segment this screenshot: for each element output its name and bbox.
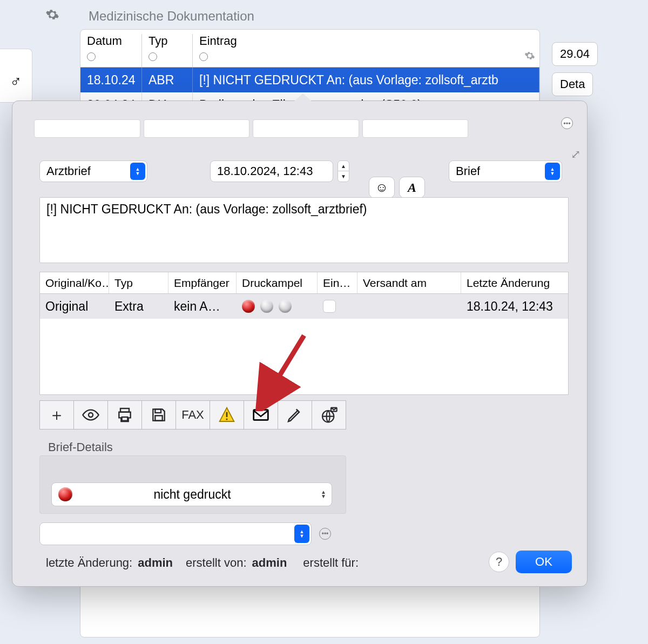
brief-details-label: Brief-Details <box>48 440 113 454</box>
gear-icon[interactable] <box>45 8 59 22</box>
more-icon[interactable]: ••• <box>561 117 573 129</box>
globe-mail-icon <box>320 406 338 424</box>
footer-meta: letzte Änderung: admin erstellt von: adm… <box>46 556 359 570</box>
chevron-updown-icon: ▲▼ <box>545 163 560 180</box>
svg-rect-7 <box>226 419 228 420</box>
filter-eintrag-icon[interactable] <box>199 52 208 61</box>
svg-rect-8 <box>254 410 268 420</box>
svg-point-0 <box>89 413 93 417</box>
pencil-icon <box>286 406 303 424</box>
dialog-tabs <box>34 119 468 138</box>
print-button[interactable] <box>107 400 142 430</box>
chevron-updown-icon: ▲▼ <box>130 163 145 180</box>
table-row[interactable]: 18.10.24 ABR [!] NICHT GEDRUCKT An: (aus… <box>80 68 539 92</box>
col-typ[interactable]: Typ <box>148 34 186 48</box>
ok-button[interactable]: OK <box>516 551 572 573</box>
warning-icon <box>218 406 235 424</box>
entry-dialog: ••• ⤢ Arztbrief ▲▼ 18.10.2024, 12:43 ▲ ▼… <box>12 100 588 587</box>
col-datum[interactable]: Datum <box>87 34 135 48</box>
svg-rect-6 <box>226 412 228 417</box>
printer-icon <box>116 406 133 424</box>
filter-datum-icon[interactable] <box>87 52 96 61</box>
status-grey-icon <box>279 300 292 313</box>
envelope-icon <box>252 406 269 424</box>
status-red-icon <box>58 487 72 501</box>
dialog-tab[interactable] <box>253 119 359 138</box>
plus-icon: ＋ <box>49 404 65 426</box>
page-title: Medizinische Dokumentation <box>89 9 254 24</box>
date-button[interactable]: 29.04 <box>552 42 598 66</box>
question-icon: ? <box>496 555 502 569</box>
chevron-down-icon: ▼ <box>338 171 349 182</box>
chevron-up-icon: ▲ <box>338 161 349 171</box>
preview-button[interactable] <box>73 400 108 430</box>
mail-button[interactable] <box>244 400 278 430</box>
svg-rect-2 <box>122 417 128 421</box>
details-button[interactable]: Deta <box>552 72 593 96</box>
chevron-updown-icon: ▲▼ <box>321 490 326 499</box>
print-status-select[interactable]: nicht gedruckt ▲▼ <box>51 482 332 506</box>
col-versandt[interactable]: Versandt am <box>357 272 461 293</box>
col-ein[interactable]: Ein… <box>318 272 357 293</box>
col-typ[interactable]: Typ <box>109 272 168 293</box>
dialog-tab[interactable] <box>362 119 469 138</box>
warning-button[interactable] <box>210 400 244 430</box>
fax-button[interactable]: FAX <box>176 400 210 430</box>
col-empfaenger[interactable]: Empfänger <box>168 272 237 293</box>
category-select[interactable]: Brief ▲▼ <box>449 160 562 182</box>
mars-icon: ♂ <box>10 72 22 91</box>
edit-button[interactable] <box>278 400 312 430</box>
svg-rect-4 <box>155 415 162 420</box>
entry-type-select[interactable]: Arztbrief ▲▼ <box>39 160 147 182</box>
col-druckampel[interactable]: Druckampel <box>237 272 318 293</box>
floppy-icon <box>150 406 167 424</box>
gear-icon[interactable] <box>524 50 535 61</box>
smile-icon: ☺ <box>375 180 389 195</box>
status-red-icon <box>242 300 255 313</box>
entry-textarea[interactable]: [!] NICHT GEDRUCKT An: (aus Vorlage: zol… <box>39 197 569 263</box>
checkbox-cell <box>318 294 357 319</box>
datetime-stepper[interactable]: ▲ ▼ <box>338 160 349 182</box>
druckampel-cell <box>237 294 318 319</box>
expand-icon[interactable]: ⤢ <box>571 147 580 162</box>
dialog-tab[interactable] <box>34 119 140 138</box>
recipients-table: Original/Ko… Typ Empfänger Druckampel Ei… <box>39 272 569 395</box>
save-button[interactable] <box>141 400 176 430</box>
font-icon: A <box>408 180 416 195</box>
chevron-updown-icon: ▲▼ <box>294 525 309 543</box>
emoji-button[interactable]: ☺ <box>369 177 395 198</box>
font-button[interactable]: A <box>399 177 425 198</box>
actions-toolbar: ＋ FAX <box>39 400 346 430</box>
assignment-select[interactable]: ▲▼ <box>39 522 312 545</box>
status-grey-icon <box>260 300 273 313</box>
datetime-field[interactable]: 18.10.2024, 12:43 <box>210 160 333 182</box>
dialog-tab[interactable] <box>144 119 250 138</box>
svg-rect-3 <box>155 409 161 413</box>
col-eintrag[interactable]: Eintrag <box>199 34 533 48</box>
include-checkbox[interactable] <box>323 300 336 313</box>
table-row[interactable]: Original Extra kein A… 18.10.24, 12:43 <box>40 294 568 319</box>
col-original[interactable]: Original/Ko… <box>40 272 109 293</box>
more-icon[interactable]: ••• <box>319 528 331 540</box>
add-button[interactable]: ＋ <box>39 400 74 430</box>
web-mail-button[interactable] <box>312 400 346 430</box>
filter-typ-icon[interactable] <box>148 52 157 61</box>
eye-icon <box>82 406 99 424</box>
help-button[interactable]: ? <box>489 552 509 572</box>
col-letzte[interactable]: Letzte Änderung <box>461 272 568 293</box>
